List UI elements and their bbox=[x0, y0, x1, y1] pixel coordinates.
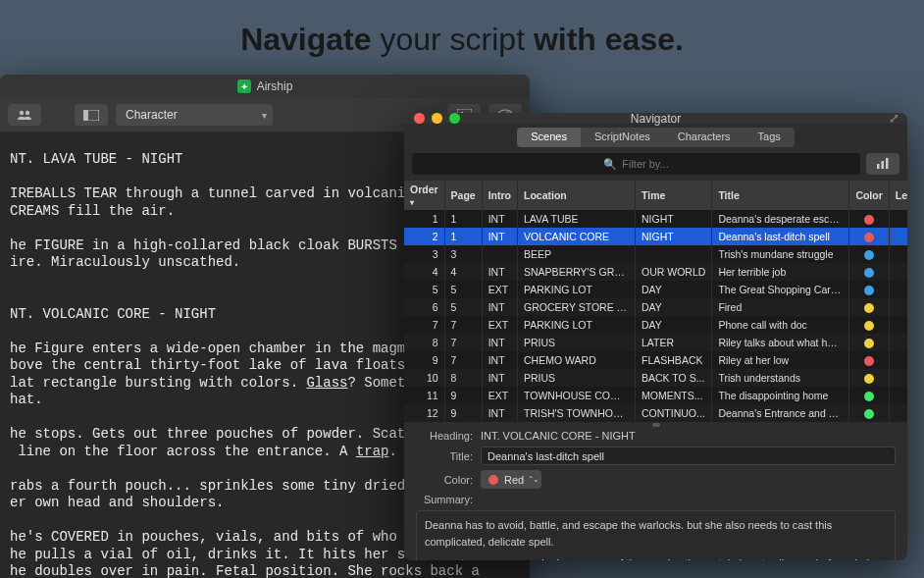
table-row[interactable]: 87INTPRIUSLATERRiley talks about what ha… bbox=[404, 334, 907, 351]
table-row[interactable]: 55EXTPARKING LOTDAYThe Great Shopping Ca… bbox=[404, 281, 907, 298]
col-time[interactable]: Time bbox=[636, 181, 712, 210]
svg-point-1 bbox=[26, 111, 29, 115]
title-field[interactable] bbox=[481, 447, 896, 465]
scenes-table: Order Page Intro Location Time Title Col… bbox=[404, 181, 907, 422]
heading-label: Heading: bbox=[416, 430, 473, 442]
table-row[interactable]: 108INTPRIUSBACK TO S...Trish understands… bbox=[404, 369, 907, 387]
marketing-headline: Navigate your script with ease. bbox=[0, 0, 924, 76]
window-controls bbox=[404, 113, 460, 124]
color-label: Color: bbox=[416, 474, 473, 486]
svg-rect-8 bbox=[886, 158, 889, 169]
app-icon: ✦ bbox=[237, 79, 251, 93]
table-row[interactable]: 44INTSNAPBERRY'S GROCE...OUR WORLDHer te… bbox=[404, 263, 907, 281]
table-row[interactable]: 33BEEPTrish's mundane struggle1/8 bbox=[404, 245, 907, 263]
col-order[interactable]: Order bbox=[404, 181, 444, 210]
col-title[interactable]: Title bbox=[712, 181, 849, 210]
app-name: Airship bbox=[257, 79, 293, 93]
heading-value: INT. VOLCANIC CORE - NIGHT bbox=[481, 430, 896, 442]
table-row[interactable]: 97INTCHEMO WARDFLASHBACKRiley at her low… bbox=[404, 351, 907, 369]
minimize-icon[interactable] bbox=[432, 113, 442, 124]
table-row[interactable]: 129INTTRISH'S TOWNHOUSECONTINUO...Deanna… bbox=[404, 404, 907, 422]
splitter-handle[interactable] bbox=[652, 423, 660, 427]
table-row[interactable]: 11INTLAVA TUBENIGHTDeanna's desperate es… bbox=[404, 210, 907, 228]
navigator-title: Navigator bbox=[404, 113, 907, 126]
filter-input[interactable]: 🔍 Filter by... bbox=[412, 153, 860, 175]
col-color[interactable]: Color bbox=[849, 181, 889, 210]
table-row[interactable]: 21INTVOLCANIC CORENIGHTDeanna's last-dit… bbox=[404, 228, 907, 245]
editor-titlebar: ✦ Airship bbox=[0, 75, 530, 98]
expand-icon[interactable]: ⤢ bbox=[889, 113, 899, 126]
collaborators-button[interactable] bbox=[8, 104, 41, 126]
navigator-titlebar: Navigator ⤢ bbox=[404, 113, 907, 124]
col-page[interactable]: Page bbox=[444, 181, 482, 210]
tab-scenes[interactable]: Scenes bbox=[517, 128, 581, 147]
element-type-select[interactable]: Character bbox=[116, 104, 273, 126]
table-row[interactable]: 119EXTTOWNHOUSE COMPL...MOMENTS...The di… bbox=[404, 387, 907, 404]
close-icon[interactable] bbox=[414, 113, 425, 124]
tab-characters[interactable]: Characters bbox=[664, 128, 744, 147]
navigator-window: Navigator ⤢ Scenes ScriptNotes Character… bbox=[404, 113, 907, 560]
search-icon: 🔍 bbox=[603, 158, 617, 171]
zoom-icon[interactable] bbox=[449, 113, 460, 124]
col-location[interactable]: Location bbox=[518, 181, 636, 210]
table-row[interactable]: 77EXTPARKING LOTDAYPhone call with doc2/… bbox=[404, 316, 907, 334]
tab-scriptnotes[interactable]: ScriptNotes bbox=[581, 128, 664, 147]
title-label: Title: bbox=[416, 450, 473, 462]
stats-button[interactable] bbox=[866, 153, 899, 175]
col-length[interactable]: Length bbox=[889, 181, 907, 210]
summary-label: Summary: bbox=[416, 494, 473, 505]
summary-field[interactable]: Deanna has to avoid, battle, and escape … bbox=[416, 510, 896, 560]
sidebar-toggle-button[interactable] bbox=[75, 104, 108, 126]
table-header-row: Order Page Intro Location Time Title Col… bbox=[404, 181, 907, 210]
svg-point-0 bbox=[20, 111, 24, 115]
color-swatch bbox=[488, 475, 498, 485]
svg-rect-7 bbox=[882, 161, 885, 169]
svg-rect-3 bbox=[83, 110, 88, 121]
svg-rect-6 bbox=[877, 164, 880, 169]
table-row[interactable]: 65INTGROCERY STORE - BA...DAYFired1 2/8 bbox=[404, 298, 907, 316]
navigator-tabs: Scenes ScriptNotes Characters Tags bbox=[404, 124, 907, 153]
color-select[interactable]: Red bbox=[481, 470, 541, 489]
scene-detail-panel: Heading: INT. VOLCANIC CORE - NIGHT Titl… bbox=[404, 422, 907, 560]
tab-tags[interactable]: Tags bbox=[744, 128, 795, 147]
col-intro[interactable]: Intro bbox=[482, 181, 517, 210]
